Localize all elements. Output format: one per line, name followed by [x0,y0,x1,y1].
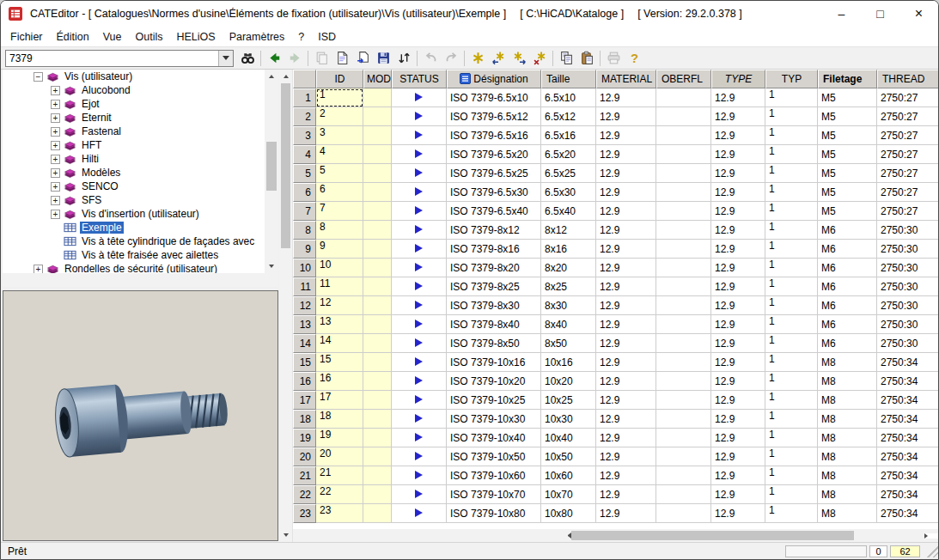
cell-status[interactable] [392,126,447,145]
table-vscroll-track[interactable] [279,83,292,528]
cell-material[interactable]: 12.9 [596,391,656,410]
table-horizontal-scrollbar[interactable] [293,529,938,542]
cell-oberfl[interactable] [656,164,711,183]
cell-material[interactable]: 12.9 [596,315,656,334]
minimize-button[interactable]: – [822,1,861,27]
cell-material[interactable]: 12.9 [596,221,656,240]
cell-material[interactable]: 12.9 [596,240,656,259]
cell-taille[interactable]: 6.5x30 [541,183,596,202]
column-header-taille[interactable]: Taille [541,70,596,88]
cell-designation[interactable]: ISO 7379-6.5x25 [447,164,541,183]
tree-item-exemple[interactable]: Exemple [3,221,265,234]
cell-oberfl[interactable] [656,372,711,391]
cell-material[interactable]: 12.9 [596,126,656,145]
row-header[interactable]: 17 [293,391,316,410]
cell-type[interactable]: 12.9 [711,504,765,523]
bookmark-toggle-button[interactable] [467,48,488,68]
cell-typ[interactable]: 1 [765,277,818,296]
cell-filetage[interactable]: M8 [818,466,877,485]
cell-oberfl[interactable] [656,107,711,126]
cell-material[interactable]: 12.9 [596,107,656,126]
tree-horizontal-scrollbar[interactable] [3,273,265,287]
row-header[interactable]: 11 [293,277,316,296]
cell-material[interactable]: 12.9 [596,372,656,391]
cell-mod[interactable] [363,259,392,277]
cell-thread[interactable]: 2750:34 [877,372,938,391]
tree-vscroll-thumb[interactable] [266,142,277,191]
expand-icon[interactable]: + [51,168,60,178]
cell-typ[interactable]: 1 [765,259,818,277]
copy-table-button[interactable] [311,48,332,68]
cell-mod[interactable] [363,107,392,126]
cell-designation[interactable]: ISO 7379-8x16 [447,240,541,259]
cell-mod[interactable] [363,466,392,485]
cell-typ[interactable]: 1 [765,107,818,126]
cell-filetage[interactable]: M6 [818,334,877,353]
cell-filetage[interactable]: M8 [818,447,877,466]
cell-material[interactable]: 12.9 [596,353,656,372]
help-button[interactable]: ? [624,48,644,68]
cell-mod[interactable] [363,296,392,315]
cell-typ[interactable]: 1 [765,296,818,315]
expand-icon[interactable]: + [51,113,60,123]
cell-type[interactable]: 12.9 [711,164,765,183]
cell-type[interactable]: 12.9 [711,334,765,353]
tree-item-alucobond[interactable]: +Alucobond [3,83,265,97]
cell-thread[interactable]: 2750:34 [877,353,938,372]
cell-designation[interactable]: ISO 7379-6.5x20 [447,145,541,164]
cell-oberfl[interactable] [656,504,711,523]
cell-thread[interactable]: 2750:27 [877,107,938,126]
cell-typ[interactable]: 1 [765,240,818,259]
cell-typ[interactable]: 1 [765,183,818,202]
cell-designation[interactable]: ISO 7379-10x40 [447,429,541,447]
cell-taille[interactable]: 6.5x25 [541,164,596,183]
column-header-id[interactable]: ID [316,70,363,88]
menu-item-help[interactable]: ? [291,29,311,45]
cell-typ[interactable]: 1 [765,410,818,429]
cell-taille[interactable]: 8x20 [541,259,596,277]
cell-id[interactable]: 21 [316,466,363,485]
cell-designation[interactable]: ISO 7379-8x50 [447,334,541,353]
cell-designation[interactable]: ISO 7379-6.5x10 [447,88,541,107]
row-header[interactable]: 1 [293,88,316,107]
table-vertical-scrollbar[interactable] [279,70,293,542]
cell-id[interactable]: 20 [316,447,363,466]
cell-status[interactable] [392,315,447,334]
cell-type[interactable]: 12.9 [711,315,765,334]
cell-thread[interactable]: 2750:34 [877,429,938,447]
cell-type[interactable]: 12.9 [711,485,765,504]
cell-material[interactable]: 12.9 [596,334,656,353]
cell-designation[interactable]: ISO 7379-8x40 [447,315,541,334]
tree-item-vis-a-tete-cylindrique-de-facades-avec[interactable]: Vis à tête cylindrique de façades avec [3,234,265,248]
cell-filetage[interactable]: M6 [818,221,877,240]
cell-id[interactable]: 22 [316,485,363,504]
transfer-table-button[interactable] [352,48,373,68]
cell-id[interactable]: 10 [316,259,363,277]
cell-filetage[interactable]: M5 [818,126,877,145]
cell-mod[interactable] [363,315,392,334]
cell-status[interactable] [392,429,447,447]
cell-id[interactable]: 9 [316,240,363,259]
save-button[interactable] [373,48,393,68]
cell-id[interactable]: 18 [316,410,363,429]
cell-oberfl[interactable] [656,410,711,429]
cell-designation[interactable]: ISO 7379-10x25 [447,391,541,410]
cell-material[interactable]: 12.9 [596,183,656,202]
cell-filetage[interactable]: M8 [818,372,877,391]
search-input[interactable] [6,51,218,66]
cell-taille[interactable]: 8x16 [541,240,596,259]
cell-type[interactable]: 12.9 [711,88,765,107]
cell-material[interactable]: 12.9 [596,259,656,277]
cell-thread[interactable]: 2750:27 [877,202,938,221]
cell-oberfl[interactable] [656,466,711,485]
cell-taille[interactable]: 10x50 [541,447,596,466]
cell-mod[interactable] [363,410,392,429]
cell-filetage[interactable]: M5 [818,202,877,221]
cell-designation[interactable]: ISO 7379-8x25 [447,277,541,296]
cell-type[interactable]: 12.9 [711,447,765,466]
cell-mod[interactable] [363,202,392,221]
cell-designation[interactable]: ISO 7379-10x20 [447,372,541,391]
cell-mod[interactable] [363,353,392,372]
cell-type[interactable]: 12.9 [711,145,765,164]
cell-typ[interactable]: 1 [765,315,818,334]
